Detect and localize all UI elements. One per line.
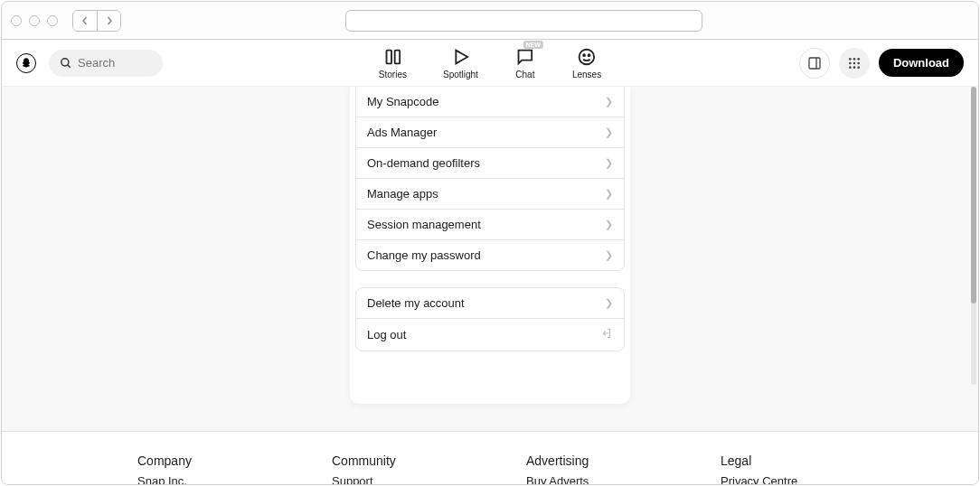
grid-icon xyxy=(847,56,862,70)
snapchat-logo-icon[interactable] xyxy=(16,53,36,73)
row-label: Change my password xyxy=(367,248,481,262)
apps-grid-button[interactable] xyxy=(839,48,870,79)
back-button[interactable] xyxy=(73,11,97,31)
spotlight-icon xyxy=(449,46,471,68)
row-label: On-demand geofilters xyxy=(367,156,480,170)
chevron-right-icon: ❯ xyxy=(605,157,613,169)
footer-heading: Company xyxy=(137,453,259,468)
nav-label: Lenses xyxy=(572,70,601,79)
row-change-password[interactable]: Change my password ❯ xyxy=(356,239,624,270)
footer-link[interactable]: Buy Adverts xyxy=(526,474,648,485)
footer-link[interactable]: Support xyxy=(332,474,454,485)
url-bar[interactable] xyxy=(345,10,702,32)
header-right: Download xyxy=(799,48,964,79)
row-ads-manager[interactable]: Ads Manager ❯ xyxy=(356,117,624,147)
svg-point-15 xyxy=(857,61,860,64)
scrollbar-thumb[interactable] xyxy=(971,87,976,304)
row-label: My Snapcode xyxy=(367,95,439,108)
nav-label: Stories xyxy=(379,70,407,79)
chevron-right-icon: ❯ xyxy=(605,126,613,138)
svg-rect-3 xyxy=(394,51,400,64)
footer-heading: Community xyxy=(332,453,454,468)
row-label: Manage apps xyxy=(367,187,438,201)
chevron-right-icon: ❯ xyxy=(605,188,613,200)
new-badge: NEW xyxy=(523,41,543,49)
create-button[interactable] xyxy=(799,48,830,79)
stories-icon xyxy=(382,46,403,68)
svg-point-10 xyxy=(849,58,852,61)
nav-lenses[interactable]: Lenses xyxy=(572,46,601,79)
row-label: Delete my account xyxy=(367,296,465,310)
browser-chrome xyxy=(2,2,978,40)
row-session-management[interactable]: Session management ❯ xyxy=(356,209,624,239)
chevron-right-icon: ❯ xyxy=(605,297,613,309)
row-label: Session management xyxy=(367,218,481,231)
search-input[interactable] xyxy=(78,56,150,70)
content-area: My Snapcode ❯ Ads Manager ❯ On-demand ge… xyxy=(2,87,978,485)
main-nav: Stories Spotlight NEW Chat Lenses xyxy=(379,46,601,79)
svg-rect-8 xyxy=(809,58,820,69)
svg-point-14 xyxy=(853,61,856,64)
search-field[interactable] xyxy=(49,50,163,77)
svg-point-12 xyxy=(857,58,860,61)
lenses-icon xyxy=(576,46,598,68)
chevron-right-icon: ❯ xyxy=(605,96,613,107)
window-controls xyxy=(11,15,58,26)
footer-link[interactable]: Privacy Centre xyxy=(721,474,843,485)
row-label: Ads Manager xyxy=(367,126,437,139)
footer: Company Snap Inc. Careers News Community… xyxy=(2,432,978,485)
svg-point-17 xyxy=(853,66,856,69)
close-window-icon[interactable] xyxy=(11,15,22,26)
svg-marker-4 xyxy=(456,51,467,64)
svg-point-13 xyxy=(849,61,852,64)
download-button[interactable]: Download xyxy=(879,49,964,77)
footer-col-company: Company Snap Inc. Careers News xyxy=(137,453,259,485)
svg-point-16 xyxy=(849,66,852,69)
footer-col-community: Community Support Community Guidelines S… xyxy=(332,453,454,485)
row-log-out[interactable]: Log out xyxy=(356,318,624,350)
row-manage-apps[interactable]: Manage apps ❯ xyxy=(356,178,624,209)
app-header: Stories Spotlight NEW Chat Lenses xyxy=(2,40,978,87)
chat-icon xyxy=(514,46,536,68)
minimize-window-icon[interactable] xyxy=(29,15,40,26)
footer-col-legal: Legal Privacy Centre Your Privacy Choice… xyxy=(721,453,843,485)
footer-link[interactable]: Snap Inc. xyxy=(137,474,259,485)
svg-point-5 xyxy=(580,50,595,65)
panel-icon xyxy=(807,56,822,70)
footer-heading: Legal xyxy=(721,453,843,468)
footer-heading: Advertising xyxy=(526,453,648,468)
footer-col-advertising: Advertising Buy Adverts Advertising Poli… xyxy=(526,453,648,485)
settings-card: My Snapcode ❯ Ads Manager ❯ On-demand ge… xyxy=(350,87,630,404)
svg-point-6 xyxy=(583,54,585,56)
row-geofilters[interactable]: On-demand geofilters ❯ xyxy=(356,147,624,178)
svg-rect-2 xyxy=(386,51,391,64)
nav-label: Chat xyxy=(515,70,534,79)
nav-spotlight[interactable]: Spotlight xyxy=(443,46,478,79)
search-icon xyxy=(60,57,72,70)
svg-line-1 xyxy=(68,64,71,67)
browser-nav-buttons xyxy=(72,10,121,32)
logout-icon xyxy=(600,327,613,342)
svg-point-7 xyxy=(589,54,590,56)
chevron-right-icon: ❯ xyxy=(605,249,613,261)
row-my-snapcode[interactable]: My Snapcode ❯ xyxy=(356,87,624,117)
row-delete-account[interactable]: Delete my account ❯ xyxy=(356,288,624,318)
svg-point-11 xyxy=(853,58,856,61)
chevron-right-icon: ❯ xyxy=(605,219,613,230)
nav-chat[interactable]: NEW Chat xyxy=(514,46,536,79)
forward-button[interactable] xyxy=(97,11,120,31)
svg-point-0 xyxy=(61,58,69,65)
nav-stories[interactable]: Stories xyxy=(379,46,407,79)
chevron-right-icon xyxy=(105,16,114,25)
maximize-window-icon[interactable] xyxy=(47,15,58,26)
svg-point-18 xyxy=(857,66,860,69)
nav-label: Spotlight xyxy=(443,70,478,79)
settings-group-account: My Snapcode ❯ Ads Manager ❯ On-demand ge… xyxy=(355,87,625,271)
row-label: Log out xyxy=(367,328,406,341)
settings-group-danger: Delete my account ❯ Log out xyxy=(355,287,625,351)
chevron-left-icon xyxy=(80,16,90,25)
